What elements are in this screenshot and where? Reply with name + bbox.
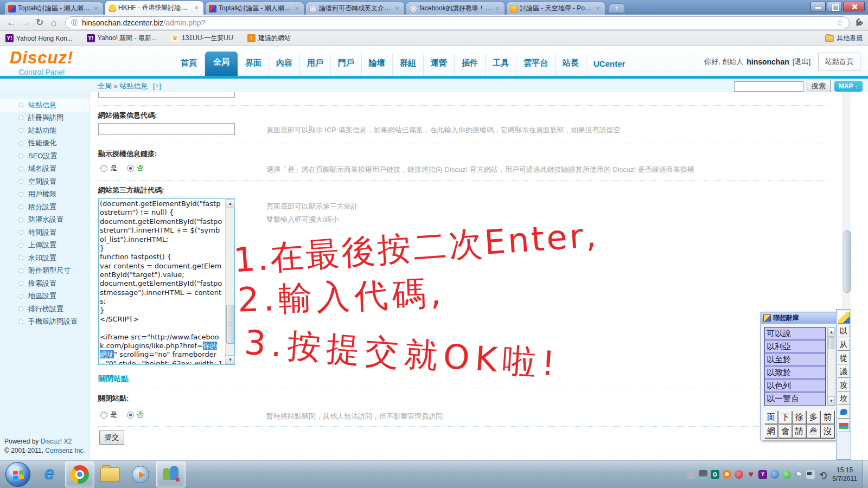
sidebar-item-mobile[interactable]: 手機版訪問設置 (0, 316, 90, 329)
ime-strip-char[interactable]: 議 (838, 365, 850, 378)
browser-tab[interactable]: 論壇何可否轉成英文介面? × (305, 2, 405, 15)
taskbar-messenger-button[interactable]: × (156, 461, 186, 487)
browser-tab[interactable]: Toptalk討論區 - 潮人潮Tal × (4, 2, 104, 15)
close-yes-label[interactable]: 是 (110, 410, 117, 420)
close-no-radio-selected[interactable] (127, 412, 134, 419)
start-button[interactable] (5, 462, 30, 487)
sidebar-item-performance[interactable]: 性能優化 (0, 137, 90, 150)
wrench-menu-icon[interactable] (854, 18, 864, 28)
license-yes-label[interactable]: 是 (110, 163, 117, 173)
ime-char-key[interactable]: 網 (764, 425, 778, 438)
license-no-radio-selected[interactable] (127, 165, 134, 172)
heart-icon[interactable]: ♥ (746, 470, 755, 479)
ime-candidate[interactable]: 以致於 (765, 367, 825, 380)
keyboard-icon[interactable] (838, 420, 850, 432)
sidebar-item-search[interactable]: 搜索設置 (0, 277, 90, 290)
tab-close-icon[interactable]: × (594, 5, 602, 12)
ime-char-key[interactable]: 前 (821, 410, 834, 424)
tab-close-icon[interactable]: × (193, 4, 200, 12)
window-restore-button[interactable] (827, 2, 842, 11)
taskbar-ie-button[interactable]: e (35, 461, 64, 487)
ime-char-key[interactable]: 會 (778, 425, 792, 438)
show-desktop-button[interactable] (863, 460, 868, 488)
home-button[interactable]: ⌂ (47, 17, 61, 28)
icp-code-input[interactable] (98, 123, 235, 135)
ime-char-key[interactable]: 下 (778, 410, 792, 424)
stats-code-textarea[interactable]: (document.getElementById("fastpostreturn… (98, 198, 235, 365)
sidebar-item-credits[interactable]: 積分設置 (0, 201, 90, 214)
sidebar-item-user-permission[interactable]: 用戶權限 (0, 188, 90, 201)
fax-icon[interactable] (687, 470, 695, 479)
ime-candidate[interactable]: 以一警百 (765, 393, 825, 406)
bookmark-item[interactable]: Y! Yahoo! Hong Kon... (5, 34, 73, 42)
msn-tray-icon[interactable] (770, 470, 779, 479)
scrollbar-thumb[interactable] (828, 337, 834, 349)
sidebar-item-site-info[interactable]: 站點信息 (0, 99, 90, 112)
tab-close-icon[interactable]: × (293, 5, 301, 12)
scroll-down-icon[interactable]: ▼ (226, 355, 235, 364)
sidebar-item-upload[interactable]: 上傳設置 (0, 239, 90, 252)
back-button[interactable]: ← (4, 17, 18, 28)
ime-strip-char[interactable]: 以 (838, 325, 850, 337)
page-scrollbar-thumb[interactable] (844, 230, 851, 293)
textarea-scrollbar[interactable]: ▲ ▼ (225, 199, 234, 364)
speech-bubble-icon[interactable] (838, 406, 850, 419)
taskbar-chrome-button[interactable] (65, 461, 94, 487)
printer-icon[interactable] (699, 470, 707, 479)
green-ball-icon[interactable] (782, 470, 791, 479)
reload-button[interactable]: ↻ (33, 17, 47, 28)
map-button[interactable]: MAP ↓ (834, 81, 863, 92)
sidebar-item-space[interactable]: 空間設置 (0, 175, 90, 188)
nav-global-active[interactable]: 全局 (205, 52, 238, 76)
ime-char-key[interactable]: 請 (793, 425, 806, 438)
voice-icon[interactable] (735, 470, 743, 479)
scrollbar-thumb[interactable] (226, 305, 234, 344)
taskbar-explorer-button[interactable] (95, 461, 125, 487)
breadcrumb-text[interactable]: 全局 » 站點信息 (98, 82, 148, 90)
breadcrumb-add-button[interactable]: [+] (153, 82, 161, 90)
ime-char-key[interactable]: 徐 (793, 410, 806, 424)
ime-candidate[interactable]: 以至於 (765, 354, 825, 367)
mascot-icon[interactable] (723, 470, 731, 479)
volume-icon[interactable] (818, 470, 827, 479)
spybot-icon[interactable] (711, 470, 719, 479)
window-close-button[interactable] (843, 2, 865, 11)
sidebar-item-register-access[interactable]: 註冊與訪問 (0, 112, 90, 125)
sidebar-item-antiflood[interactable]: 防灌水設置 (0, 214, 90, 227)
admin-search-input[interactable] (734, 81, 803, 92)
nav-operation[interactable]: 運營 (424, 54, 455, 76)
ime-candidate[interactable]: 以色列 (765, 380, 825, 393)
ime-pen-icon[interactable] (838, 311, 850, 324)
comsenz-link[interactable]: Comsenz Inc. (45, 447, 85, 454)
ime-list-scrollbar[interactable]: ▲ ▼ (827, 327, 835, 406)
ime-panel-titlebar[interactable]: 聯想辭庫 (761, 312, 837, 324)
bookmark-item[interactable]: Y! Yahoo! 新聞 - 最新... (87, 34, 157, 43)
search-button[interactable]: 搜索 (807, 80, 831, 93)
sidebar-item-watermark[interactable]: 水印設置 (0, 252, 90, 265)
site-home-button[interactable]: 站點首頁 (818, 53, 860, 71)
ime-char-key[interactable]: 沒 (821, 425, 834, 438)
ime-association-dictionary-panel[interactable]: 聯想辭庫 可以說 以利亞 以至於 以致於 以色列 以一警百 ▲ ▼ 面 下 徐 … (761, 312, 837, 440)
browser-tab[interactable]: facebook的讚好教學！- D × (406, 2, 505, 15)
nav-cloud[interactable]: 雲平台 (516, 54, 556, 76)
other-bookmarks-button[interactable]: 其他書籤 (825, 34, 863, 43)
nav-forum[interactable]: 論壇 (362, 54, 393, 76)
scroll-down-icon[interactable]: ▼ (828, 396, 835, 406)
address-bar[interactable]: hinsonchan.dzcenter.biz /admin.php? ☆ (65, 16, 850, 29)
ime-strip-char[interactable]: 攻 (838, 379, 850, 391)
discuz-link[interactable]: Discuz! X2 (41, 438, 72, 445)
yahoo-messenger-icon[interactable]: Y (758, 470, 767, 479)
ime-strip-char[interactable]: 从 (838, 338, 850, 351)
sidebar-item-seo[interactable]: SEO設置 (0, 150, 90, 163)
browser-tab[interactable]: 討論區 - 天空地帶 - Power × (506, 2, 605, 15)
sidebar-item-time[interactable]: 時間設置 (0, 226, 90, 239)
tab-close-icon[interactable]: × (494, 5, 501, 12)
sidebar-item-site-functions[interactable]: 站點功能 (0, 124, 90, 137)
nav-content[interactable]: 內容 (269, 54, 300, 76)
taskbar-clock[interactable]: 15:15 5/7/2011 (832, 466, 857, 483)
logout-link[interactable]: [退出] (793, 57, 810, 67)
browser-tab[interactable]: Toptalk討論區 - 潮人潮Tal × (205, 2, 304, 15)
ime-char-key[interactable]: 面 (764, 410, 778, 424)
ime-strip-char[interactable]: 從 (838, 352, 850, 364)
scroll-up-icon[interactable]: ▲ (828, 328, 835, 337)
